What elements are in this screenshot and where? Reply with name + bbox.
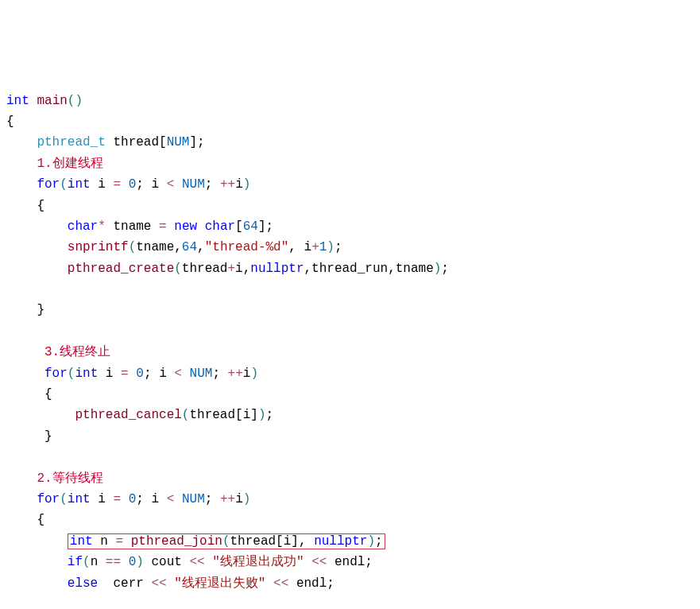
op-plus: + — [311, 240, 319, 254]
const-num: NUM — [182, 177, 205, 192]
type-pthread-t: pthread_t — [37, 135, 105, 149]
arg-thread: thread — [230, 534, 277, 549]
var-thread: thread — [113, 135, 159, 149]
keyword-int: int — [70, 534, 93, 549]
op-lshift: << — [151, 576, 166, 591]
keyword-new: new — [174, 219, 197, 234]
bracket-close: ] — [291, 534, 299, 549]
arg-thread-run: thread_run — [311, 262, 388, 276]
bracket-open: [ — [235, 408, 243, 422]
brace-open: { — [37, 513, 44, 527]
var-i: i — [235, 262, 243, 276]
keyword-if: if — [68, 555, 83, 569]
code-line: { — [6, 114, 14, 129]
semicolon: ; — [365, 555, 373, 569]
parens: () — [68, 94, 83, 108]
comment-thread-terminate: 3.线程终止 — [44, 345, 110, 359]
const-num: NUM — [190, 367, 213, 381]
op-assign: = — [113, 492, 121, 506]
literal-one: 1 — [319, 240, 327, 254]
op-increment: ++ — [220, 177, 235, 192]
comma: , — [304, 262, 312, 276]
code-line: for(int i = 0; i < NUM; ++i) — [6, 492, 250, 506]
bracket-close: ] — [258, 219, 266, 234]
string-literal: "线程退出成功" — [212, 555, 304, 569]
semicolon: ; — [205, 177, 213, 192]
const-num: NUM — [167, 135, 190, 149]
code-line: int main() — [6, 94, 83, 108]
op-lt: < — [167, 492, 175, 506]
op-lshift: << — [190, 555, 205, 569]
highlighted-box: int n = pthread_join(thread[i], nullptr)… — [68, 533, 385, 549]
code-line: for(int i = 0; i < NUM; ++i) — [6, 177, 250, 192]
const-num: NUM — [182, 492, 205, 506]
bracket-close: ] — [250, 408, 258, 422]
keyword-nullptr: nullptr — [250, 262, 304, 276]
arg-thread: thread — [182, 262, 228, 276]
var-i: i — [98, 492, 106, 506]
op-assign: = — [159, 219, 167, 234]
op-assign: = — [115, 534, 123, 549]
var-i: i — [284, 534, 292, 549]
arg-tname: tname — [396, 262, 434, 276]
var-cout: cout — [151, 555, 181, 569]
semicolon: ; — [136, 492, 144, 506]
code-line: } — [6, 303, 44, 317]
semicolon: ; — [335, 240, 342, 254]
code-line: snprintf(tname,64,"thread-%d", i+1); — [6, 240, 342, 254]
code-line: int n = pthread_join(thread[i], nullptr)… — [6, 533, 385, 549]
paren-open: ( — [60, 492, 68, 506]
paren-close: ) — [136, 555, 144, 569]
code-line: { — [6, 199, 44, 213]
comma: , — [243, 262, 251, 276]
var-i: i — [235, 492, 243, 506]
op-lshift: << — [273, 576, 288, 591]
code-line: if(n == 0) cout << "线程退出成功" << endl; — [6, 555, 373, 569]
paren-close: ) — [243, 177, 251, 192]
literal-zero: 0 — [129, 555, 137, 569]
literal-64: 64 — [182, 240, 197, 254]
var-n: n — [100, 534, 108, 549]
paren-close: ) — [327, 240, 335, 254]
op-assign: = — [113, 177, 121, 192]
var-i: i — [152, 492, 160, 506]
code-line: pthread_cancel(thread[i]); — [6, 408, 273, 422]
keyword-char: char — [68, 219, 98, 234]
code-line: pthread_t thread[NUM]; — [6, 135, 205, 149]
keyword-else: else — [68, 576, 98, 591]
var-i: i — [243, 408, 251, 422]
semicolon: ; — [144, 367, 152, 381]
keyword-for: for — [37, 492, 60, 506]
function-main: main — [37, 94, 67, 108]
op-increment: ++ — [228, 367, 243, 381]
string-literal: "线程退出失败" — [174, 576, 265, 591]
paren-close: ) — [258, 408, 266, 422]
keyword-int: int — [68, 492, 91, 506]
op-assign: = — [121, 367, 129, 381]
semicolon: ; — [266, 219, 274, 234]
bracket-open: [ — [235, 219, 243, 234]
semicolon: ; — [327, 576, 335, 591]
semicolon: ; — [205, 492, 213, 506]
paren-open: ( — [60, 177, 68, 192]
code-line: pthread_create(thread+i,nullptr,thread_r… — [6, 262, 449, 276]
paren-open: ( — [83, 555, 91, 569]
op-lshift: << — [311, 555, 327, 569]
code-line: } — [6, 429, 52, 444]
var-i: i — [152, 177, 160, 192]
code-line: 3.线程终止 — [6, 345, 110, 359]
string-literal: "thread-%d" — [205, 240, 289, 254]
semicolon: ; — [266, 408, 274, 422]
comment-wait-thread: 2.等待线程 — [37, 471, 102, 486]
op-star: * — [98, 219, 106, 234]
keyword-char: char — [205, 219, 235, 234]
var-i: i — [106, 367, 114, 381]
comma: , — [388, 262, 396, 276]
keyword-for: for — [37, 177, 60, 192]
bracket-open: [ — [276, 534, 284, 549]
comma: , — [288, 240, 296, 254]
paren-open: ( — [174, 262, 182, 276]
comment-create-thread: 1.创建线程 — [37, 157, 102, 171]
var-i: i — [159, 367, 167, 381]
code-line: 1.创建线程 — [6, 157, 103, 171]
